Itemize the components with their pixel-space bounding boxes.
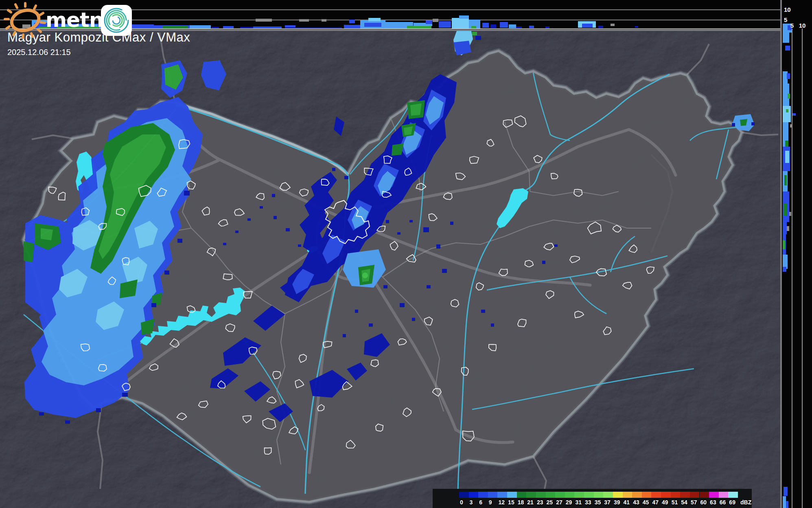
sun-icon <box>5 3 45 38</box>
scale-cell <box>623 492 633 498</box>
profile-echo <box>509 24 516 28</box>
profile-echo <box>240 27 253 29</box>
scale-label: 60 <box>700 499 707 506</box>
scale-label: 35 <box>595 499 601 506</box>
right-profile-strip <box>780 0 812 508</box>
profile-echo <box>368 18 381 21</box>
scale-cell <box>603 492 613 498</box>
scale-cell <box>594 492 604 498</box>
profile-echo <box>299 19 309 22</box>
scale-unit-label: dBZ <box>740 499 751 506</box>
profile-echo <box>783 240 785 249</box>
profile-echo <box>788 94 790 99</box>
profile-echo <box>783 222 787 234</box>
scale-label: 31 <box>575 499 582 506</box>
scale-cell <box>719 492 729 498</box>
scale-cell <box>700 492 709 498</box>
scale-cell <box>526 492 536 498</box>
scale-cell <box>536 492 546 498</box>
top-axis-label-5: 5 <box>784 16 787 23</box>
scale-label: 9 <box>489 499 492 506</box>
scale-cell <box>507 492 517 498</box>
scale-cell <box>469 492 479 498</box>
scale-label: 27 <box>556 499 562 506</box>
profile-echo <box>784 204 787 216</box>
scale-label: 0 <box>460 499 463 506</box>
scale-cell <box>517 492 527 498</box>
scale-cell <box>632 492 642 498</box>
scale-label: 66 <box>720 499 726 506</box>
profile-echo <box>786 109 788 112</box>
profile-echo <box>500 22 508 28</box>
scale-label: 57 <box>691 499 697 506</box>
scale-cell <box>709 492 719 498</box>
dbz-color-scale: 0369121518212325272931333537394143454749… <box>433 489 752 508</box>
profile-echo <box>785 151 789 163</box>
profile-echo <box>212 27 219 29</box>
profile-echo <box>635 26 638 28</box>
profile-echo <box>787 73 790 79</box>
scale-label: 63 <box>710 499 716 506</box>
metnet-logo[interactable]: metnet <box>0 0 134 41</box>
scale-label: 43 <box>633 499 639 506</box>
scale-cell <box>690 492 700 498</box>
profile-echo <box>786 501 788 508</box>
profile-echo <box>598 26 603 28</box>
profile-echo <box>783 255 788 269</box>
scale-label: 18 <box>518 499 524 506</box>
profile-echo <box>783 33 789 43</box>
scale-label: 69 <box>729 499 735 506</box>
profile-echo <box>322 19 326 22</box>
scale-label: 21 <box>527 499 534 506</box>
scale-label: 6 <box>479 499 482 506</box>
profile-echo <box>785 46 790 51</box>
profile-echo <box>545 26 549 29</box>
map-area <box>0 0 812 508</box>
top-axis-label-10: 10 <box>784 6 791 13</box>
scale-cell <box>661 492 671 498</box>
scale-cell <box>488 492 498 498</box>
scale-label: 41 <box>624 499 630 506</box>
profile-echo <box>426 20 432 24</box>
scale-label: 49 <box>662 499 668 506</box>
timestamp: 2025.12.06 21:15 <box>7 48 190 57</box>
profile-echo <box>783 496 786 508</box>
scale-label: 33 <box>585 499 591 506</box>
scale-label: 54 <box>681 499 687 506</box>
scale-cell <box>584 492 594 498</box>
profile-echo <box>611 24 615 26</box>
profile-echo <box>364 23 381 27</box>
profile-echo <box>784 487 788 496</box>
scale-cell <box>459 492 469 498</box>
scale-label: 29 <box>566 499 572 506</box>
profile-echo <box>783 267 786 272</box>
profile-echo <box>253 26 282 29</box>
profile-echo <box>516 26 522 29</box>
scale-label: 39 <box>614 499 620 506</box>
profile-echo <box>790 124 792 128</box>
profile-echo <box>482 23 489 28</box>
scale-cell <box>642 492 652 498</box>
profile-echo <box>783 106 791 122</box>
scale-label: 51 <box>672 499 678 506</box>
scale-label: 37 <box>604 499 611 506</box>
scale-cell <box>546 492 556 498</box>
profile-echo <box>789 212 791 216</box>
scale-cell <box>478 492 488 498</box>
scale-cell <box>671 492 681 498</box>
scale-cell <box>613 492 623 498</box>
radar-page: 10 5 5 10 Magyar Kompozit CMax / VMax 20… <box>0 0 812 508</box>
profile-echo <box>784 175 787 185</box>
right-axis-label-10: 10 <box>799 22 806 29</box>
profile-echo <box>163 26 188 29</box>
profile-echo <box>529 26 534 28</box>
scale-label: 3 <box>470 499 473 506</box>
profile-echo <box>490 24 496 28</box>
scale-cell <box>728 492 738 498</box>
profile-echo <box>407 26 431 29</box>
scale-label: 47 <box>652 499 659 506</box>
scale-label: 25 <box>547 499 553 506</box>
scale-cell <box>555 492 565 498</box>
profile-echo <box>433 19 438 22</box>
scale-cell <box>680 492 690 498</box>
